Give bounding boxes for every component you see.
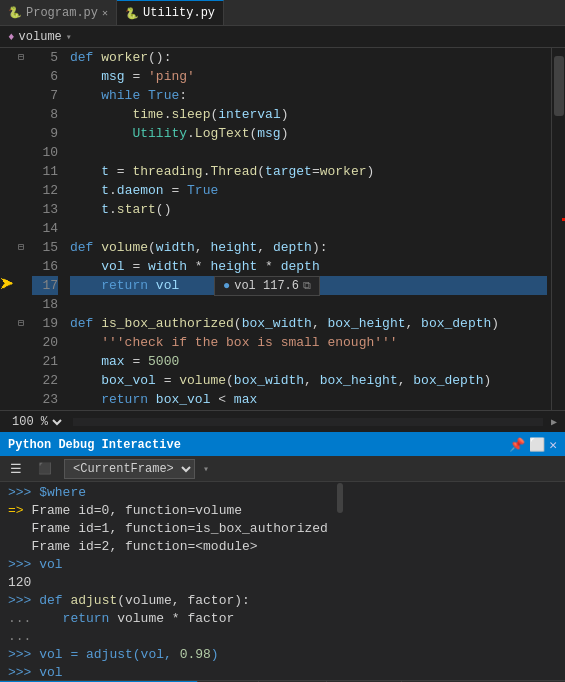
- horizontal-scrollbar[interactable]: [73, 418, 543, 426]
- debug-line-1: >>> $where: [8, 484, 328, 502]
- code-line-5: def worker():: [70, 48, 547, 67]
- frame-dropdown-icon[interactable]: ▾: [203, 463, 209, 475]
- debug-arrow-icon: ⮞: [0, 276, 14, 295]
- breadcrumb-icon: ♦: [8, 31, 15, 43]
- python-icon: 🐍: [8, 6, 22, 19]
- code-line-20: '''check if the box is small enough''': [70, 333, 547, 352]
- toolbar-clear-btn[interactable]: ⬛: [34, 460, 56, 477]
- float-icon[interactable]: ⬜: [529, 437, 545, 453]
- debug-header-controls: 📌 ⬜ ✕: [509, 437, 557, 453]
- debug-toolbar: ☰ ⬛ <CurrentFrame> ▾: [0, 456, 565, 482]
- debug-line-10: >>> vol = adjust(vol, 0.98): [8, 646, 328, 664]
- debug-line-11: >>> vol: [8, 664, 328, 680]
- code-line-7: while True:: [70, 86, 547, 105]
- debug-scroll-thumb[interactable]: [337, 483, 343, 513]
- debug-panel: Python Debug Interactive 📌 ⬜ ✕ ☰ ⬛ <Curr…: [0, 432, 565, 680]
- code-line-21: max = 5000: [70, 352, 547, 371]
- debug-line-5: >>> vol: [8, 556, 328, 574]
- scroll-right-icon[interactable]: ▶: [551, 416, 557, 428]
- tab-bar: 🐍 Program.py ✕ 🐍 Utility.py: [0, 0, 565, 26]
- editor-area: ⮞ ⊟ ⊟ ⊟ 5 6 7 8 9: [0, 48, 565, 410]
- code-line-22: box_vol = volume(box_width, box_height, …: [70, 371, 547, 390]
- code-line-23: return box_vol < max: [70, 390, 547, 409]
- tooltip-var-icon: ●: [223, 279, 230, 293]
- code-line-11: t = threading.Thread(target=worker): [70, 162, 547, 181]
- debug-scrollbar[interactable]: [336, 482, 344, 680]
- code-line-10: [70, 143, 547, 162]
- debug-line-2: => Frame id=0, function=volume: [8, 502, 328, 520]
- line-numbers: 5 6 7 8 9 10 11 12 13 14 15 16 17 18 19 …: [28, 48, 66, 410]
- debug-panel-title: Python Debug Interactive: [8, 438, 181, 452]
- code-line-24: [70, 409, 547, 410]
- code-line-14: [70, 219, 547, 238]
- tab-program-py[interactable]: 🐍 Program.py ✕: [0, 0, 117, 25]
- debug-tooltip: ● vol 117.6 ⧉: [214, 276, 320, 296]
- close-tab-icon[interactable]: ✕: [102, 7, 108, 19]
- debug-line-8: ... return volume * factor: [8, 610, 328, 628]
- close-panel-icon[interactable]: ✕: [549, 437, 557, 453]
- code-line-8: time.sleep(interval): [70, 105, 547, 124]
- code-line-18: [70, 295, 547, 314]
- python-icon-2: 🐍: [125, 7, 139, 20]
- debug-header: Python Debug Interactive 📌 ⬜ ✕: [0, 434, 565, 456]
- toolbar-lines-btn[interactable]: ☰: [6, 459, 26, 478]
- debug-output-container: >>> $where => Frame id=0, function=volum…: [0, 482, 565, 680]
- tab-utility-py[interactable]: 🐍 Utility.py: [117, 0, 224, 25]
- debug-line-6: 120: [8, 574, 328, 592]
- debug-line-4: Frame id=2, function=<module>: [8, 538, 328, 556]
- code-line-19: def is_box_authorized(box_width, box_hei…: [70, 314, 547, 333]
- breadcrumb: ♦ volume ▾: [0, 26, 565, 48]
- zoom-bar: 100 % 75 % 125 % ▶: [0, 410, 565, 432]
- breadcrumb-path: volume: [19, 30, 62, 44]
- tooltip-copy-icon[interactable]: ⧉: [303, 280, 311, 292]
- code-line-9: Utility.LogText(msg): [70, 124, 547, 143]
- debug-line-3: Frame id=1, function=is_box_authorized: [8, 520, 328, 538]
- code-line-6: msg = 'ping': [70, 67, 547, 86]
- pin-icon[interactable]: 📌: [509, 437, 525, 453]
- scrollbar-thumb[interactable]: [554, 56, 564, 116]
- code-content: def worker(): msg = 'ping' while True: t…: [66, 48, 551, 410]
- fold-col: ⊟ ⊟ ⊟: [14, 48, 28, 410]
- code-line-12: t.daemon = True: [70, 181, 547, 200]
- code-line-15: def volume(width, height, depth):: [70, 238, 547, 257]
- debug-output: >>> $where => Frame id=0, function=volum…: [0, 482, 336, 680]
- debug-line-9: ...: [8, 628, 328, 646]
- debug-header-left: Python Debug Interactive: [8, 438, 181, 452]
- debug-line-7: >>> def adjust(volume, factor):: [8, 592, 328, 610]
- breadcrumb-dropdown-icon[interactable]: ▾: [66, 31, 72, 43]
- code-line-16: vol = width * height * depth: [70, 257, 547, 276]
- tooltip-text: vol 117.6: [234, 279, 299, 293]
- code-line-13: t.start(): [70, 200, 547, 219]
- frame-select[interactable]: <CurrentFrame>: [64, 459, 195, 479]
- gutter-col: ⮞: [0, 48, 14, 410]
- editor-scrollbar[interactable]: [551, 48, 565, 410]
- zoom-select[interactable]: 100 % 75 % 125 %: [8, 414, 65, 430]
